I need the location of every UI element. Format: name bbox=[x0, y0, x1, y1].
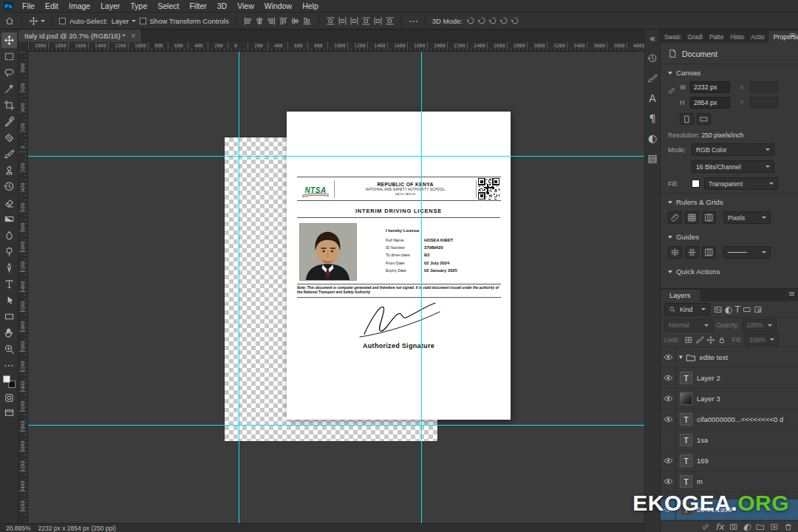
pen-tool[interactable] bbox=[1, 260, 17, 276]
distribute-bottom-icon[interactable] bbox=[385, 16, 395, 26]
auto-select-checkbox[interactable] bbox=[59, 18, 66, 24]
lock-all-icon[interactable] bbox=[717, 335, 726, 344]
color-mode-select[interactable]: RGB Color bbox=[692, 143, 774, 156]
quick-mask-button[interactable] bbox=[4, 392, 15, 403]
eraser-tool[interactable] bbox=[1, 195, 17, 211]
filter-type-layers-icon[interactable]: T bbox=[734, 305, 740, 314]
3d-drag-icon[interactable] bbox=[488, 16, 497, 25]
link-dimensions-button[interactable] bbox=[667, 86, 676, 95]
document-tab[interactable]: Italy id.psd @ 20.7% (RGB/16) * × bbox=[18, 30, 142, 42]
character-button[interactable]: A bbox=[646, 92, 659, 105]
layer-visibility-toggle[interactable] bbox=[661, 347, 676, 367]
fill-opacity-input[interactable]: 100% bbox=[745, 333, 779, 346]
show-transform-checkbox[interactable] bbox=[140, 18, 146, 24]
menu-3d[interactable]: 3D bbox=[212, 1, 232, 11]
landscape-orientation-button[interactable] bbox=[697, 113, 711, 125]
menu-type[interactable]: Type bbox=[125, 1, 152, 11]
align-middle-icon[interactable] bbox=[290, 16, 300, 26]
panel-tab-swatc[interactable]: Swatc bbox=[661, 31, 685, 43]
hand-tool[interactable] bbox=[1, 325, 17, 341]
layer-name[interactable]: 169 bbox=[697, 457, 709, 465]
ruler-origin-corner[interactable] bbox=[18, 42, 28, 52]
distribute-right-icon[interactable] bbox=[373, 16, 383, 26]
menu-layer[interactable]: Layer bbox=[95, 1, 125, 11]
canvas-section-header[interactable]: Canvas bbox=[661, 64, 798, 81]
rulers-grids-section-header[interactable]: Rulers & Grids bbox=[661, 194, 798, 210]
align-right-icon[interactable] bbox=[267, 16, 276, 26]
link-layers-icon[interactable] bbox=[701, 522, 710, 531]
portrait-orientation-button[interactable] bbox=[680, 113, 694, 125]
layer-row[interactable]: Layer 3 bbox=[661, 389, 798, 409]
edit-toolbar-button[interactable]: ⋯ bbox=[4, 360, 14, 370]
blur-tool[interactable] bbox=[1, 228, 17, 243]
layer-name[interactable]: m bbox=[697, 477, 703, 485]
canvas-area[interactable]: NTSA REPUBLIC OF KENYA NATIONAL AND SAFE… bbox=[28, 52, 644, 523]
foreground-color-swatch[interactable] bbox=[3, 375, 10, 383]
color-swatches[interactable] bbox=[3, 375, 16, 388]
panel-tab-histo[interactable]: Histo bbox=[727, 31, 748, 43]
layer-name[interactable]: Layer 2 bbox=[697, 374, 720, 382]
quick-actions-section-header[interactable]: Quick Actions bbox=[661, 263, 798, 279]
distribute-vertical-icon[interactable] bbox=[326, 16, 335, 26]
panel-tab-patte[interactable]: Patte bbox=[706, 31, 727, 43]
layer-mask-icon[interactable] bbox=[729, 522, 738, 531]
bit-depth-select[interactable]: 16 Bits/Channel bbox=[692, 160, 774, 173]
history-brush-tool[interactable] bbox=[1, 179, 17, 194]
guide-vertical[interactable] bbox=[421, 52, 422, 523]
3d-scale-icon[interactable] bbox=[511, 16, 519, 25]
height-input[interactable]: 2854 px bbox=[690, 97, 730, 109]
guide-layout-button[interactable] bbox=[702, 246, 716, 259]
tab-layers[interactable]: Layers bbox=[661, 290, 700, 301]
y-input[interactable] bbox=[750, 97, 778, 109]
lasso-tool[interactable] bbox=[1, 65, 17, 81]
layer-row[interactable]: ▾edite text bbox=[661, 347, 798, 368]
tab-close-icon[interactable]: × bbox=[131, 32, 135, 40]
layer-visibility-toggle[interactable] bbox=[661, 471, 676, 491]
chevron-down-icon[interactable]: ▾ bbox=[679, 354, 683, 361]
panel-menu-button[interactable]: ≡ bbox=[789, 31, 796, 39]
guide-horizontal[interactable] bbox=[28, 425, 644, 426]
text-layer-thumbnail[interactable]: T bbox=[680, 434, 692, 446]
guide-style-select[interactable] bbox=[723, 246, 771, 259]
menu-window[interactable]: Window bbox=[259, 1, 297, 11]
toggle-guides-button[interactable] bbox=[668, 246, 682, 259]
panel-tab-actio[interactable]: Actio bbox=[748, 31, 768, 43]
align-top-icon[interactable] bbox=[279, 16, 288, 26]
opacity-input[interactable]: 100% bbox=[743, 319, 777, 332]
brush-settings-button[interactable] bbox=[646, 72, 659, 85]
layer-group-icon[interactable] bbox=[756, 522, 765, 531]
menu-select[interactable]: Select bbox=[152, 1, 184, 11]
layers-menu-button[interactable]: ≡ bbox=[788, 290, 795, 298]
eyedropper-tool[interactable] bbox=[1, 114, 17, 129]
filter-shape-layers-icon[interactable] bbox=[743, 305, 751, 314]
menu-view[interactable]: View bbox=[232, 1, 259, 11]
filter-pixel-layers-icon[interactable] bbox=[714, 305, 723, 314]
width-input[interactable]: 2232 px bbox=[690, 81, 730, 93]
panel-tab-gradi[interactable]: Gradi bbox=[685, 31, 706, 43]
3d-roll-icon[interactable] bbox=[477, 16, 486, 25]
more-align-options-button[interactable]: ⋯ bbox=[409, 16, 418, 26]
layer-name[interactable]: 1sa bbox=[697, 436, 708, 444]
ruler-units-select[interactable]: Pixels bbox=[723, 211, 771, 224]
text-layer-thumbnail[interactable]: T bbox=[680, 413, 692, 426]
screen-mode-button[interactable] bbox=[4, 407, 15, 418]
adjustment-layer-icon[interactable]: ◐ bbox=[743, 522, 751, 531]
layer-visibility-toggle[interactable] bbox=[661, 409, 676, 429]
layer-row[interactable]: Tcifa0000000...<<<<<<<<0 d bbox=[661, 409, 798, 430]
distribute-left-icon[interactable] bbox=[349, 16, 359, 26]
layer-filter-kind-select[interactable]: Kind bbox=[664, 303, 710, 316]
adjustments-button[interactable]: ◐ bbox=[646, 132, 659, 145]
layer-visibility-toggle[interactable] bbox=[661, 389, 676, 409]
guide-vertical[interactable] bbox=[239, 52, 239, 523]
clone-stamp-tool[interactable] bbox=[1, 163, 17, 178]
blend-mode-select[interactable]: Normal bbox=[664, 319, 713, 332]
horizontal-ruler[interactable]: 2000180016001400120010008006004002000200… bbox=[28, 42, 644, 52]
quick-selection-tool[interactable] bbox=[1, 81, 17, 97]
filter-adjustment-layers-icon[interactable]: ◐ bbox=[725, 305, 732, 314]
menu-filter[interactable]: Filter bbox=[184, 1, 211, 11]
toggle-grid-button[interactable] bbox=[685, 211, 699, 224]
layer-visibility-toggle[interactable] bbox=[661, 368, 676, 388]
zoom-level-field[interactable]: 20.865% bbox=[6, 525, 31, 532]
lock-transparency-icon[interactable] bbox=[684, 335, 693, 344]
layer-row[interactable]: T1sa bbox=[661, 430, 798, 451]
